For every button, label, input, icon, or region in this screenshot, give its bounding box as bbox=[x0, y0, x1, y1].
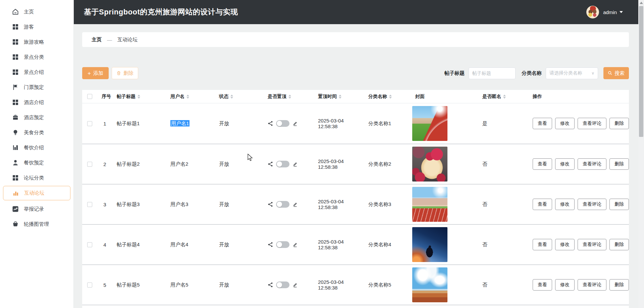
sidebar-item-10[interactable]: 餐饮介绍 bbox=[0, 141, 73, 155]
vertical-scrollbar[interactable] bbox=[638, 0, 644, 308]
sidebar-item-label: 旅游攻略 bbox=[24, 39, 44, 45]
modify-button[interactable]: 修改 bbox=[555, 239, 575, 250]
delete-row-button[interactable]: 删除 bbox=[609, 118, 629, 129]
row-anonymous: 否 bbox=[478, 161, 528, 167]
sidebar-item-14[interactable]: 举报记录 bbox=[0, 202, 73, 216]
bar-chart-icon bbox=[12, 190, 19, 197]
column-header-9[interactable]: 是否匿名 bbox=[478, 94, 528, 100]
row-checkbox[interactable] bbox=[87, 121, 92, 126]
share-icon[interactable] bbox=[268, 161, 273, 167]
sidebar-item-12[interactable]: 论坛分类 bbox=[0, 171, 73, 185]
view-comments-button[interactable]: 查看评论 bbox=[578, 279, 606, 291]
sidebar-item-5[interactable]: 景点介绍 bbox=[0, 65, 73, 79]
modify-button[interactable]: 修改 bbox=[555, 199, 575, 210]
pin-toggle[interactable] bbox=[276, 120, 289, 127]
view-button[interactable]: 查看 bbox=[533, 118, 552, 129]
table-row: 2 帖子标题2 用户名2 开放 2025-03-04 12:58:38 分类名称… bbox=[82, 144, 629, 184]
row-checkbox[interactable] bbox=[87, 283, 92, 288]
delete-row-button[interactable]: 删除 bbox=[609, 279, 629, 291]
column-header-label: 序号 bbox=[102, 94, 111, 100]
sort-caret-icon[interactable] bbox=[503, 95, 506, 99]
post-title-input[interactable] bbox=[469, 67, 516, 79]
flag-icon bbox=[12, 84, 19, 91]
column-header-7[interactable]: 分类名称 bbox=[364, 94, 411, 100]
edit-pencil-icon[interactable] bbox=[292, 121, 298, 126]
share-icon[interactable] bbox=[268, 202, 273, 207]
row-checkbox[interactable] bbox=[87, 202, 92, 207]
sidebar-item-6[interactable]: 门票预定 bbox=[0, 80, 73, 94]
posts-table: 序号 帖子标题 用户名 状态 是否置顶 置顶时间 分类名称 封面 是否匿名 操作… bbox=[82, 90, 629, 308]
share-icon[interactable] bbox=[268, 282, 273, 288]
column-header-6[interactable]: 置顶时间 bbox=[314, 94, 364, 100]
sort-caret-icon[interactable] bbox=[230, 95, 233, 99]
share-icon[interactable] bbox=[268, 242, 273, 247]
modify-button[interactable]: 修改 bbox=[555, 279, 575, 291]
edit-pencil-icon[interactable] bbox=[292, 161, 298, 167]
edit-pencil-icon[interactable] bbox=[292, 282, 298, 288]
carousel-icon bbox=[12, 221, 19, 227]
sidebar-item-13[interactable]: 互动论坛 bbox=[3, 186, 70, 200]
pin-toggle[interactable] bbox=[276, 241, 289, 248]
modify-button[interactable]: 修改 bbox=[555, 118, 575, 129]
pin-toggle[interactable] bbox=[276, 161, 289, 167]
scrollbar-thumb[interactable] bbox=[639, 6, 643, 137]
view-button[interactable]: 查看 bbox=[533, 279, 552, 291]
scroll-up-arrow-icon[interactable] bbox=[640, 2, 643, 4]
avatar[interactable] bbox=[586, 6, 599, 18]
pin-toggle[interactable] bbox=[276, 281, 289, 288]
sort-caret-icon[interactable] bbox=[288, 95, 291, 99]
row-username: 用户名5 bbox=[166, 282, 215, 288]
sidebar-item-8[interactable]: 酒店预定 bbox=[0, 110, 73, 124]
sidebar-item-7[interactable]: 酒店介绍 bbox=[0, 95, 73, 109]
view-button[interactable]: 查看 bbox=[533, 239, 552, 250]
column-header-3[interactable]: 用户名 bbox=[166, 94, 215, 100]
user-menu[interactable]: admin bbox=[586, 6, 623, 18]
row-post-title: 帖子标题4 bbox=[112, 242, 166, 248]
row-actions: 查看修改查看评论删除 bbox=[528, 239, 629, 250]
sidebar-item-3[interactable]: 旅游攻略 bbox=[0, 35, 73, 49]
row-pin-controls bbox=[263, 241, 314, 248]
delete-button[interactable]: 删除 bbox=[112, 67, 138, 79]
row-checkbox[interactable] bbox=[87, 162, 92, 167]
view-button[interactable]: 查看 bbox=[533, 199, 552, 210]
sort-caret-icon[interactable] bbox=[339, 95, 341, 99]
column-header-2[interactable]: 帖子标题 bbox=[112, 94, 166, 100]
sidebar-item-1[interactable]: 主页 bbox=[0, 5, 73, 19]
category-select[interactable]: 请选择分类名称 ∨ bbox=[546, 67, 598, 79]
add-button[interactable]: + 添加 bbox=[82, 67, 109, 79]
view-comments-button[interactable]: 查看评论 bbox=[578, 239, 606, 250]
view-comments-button[interactable]: 查看评论 bbox=[578, 158, 606, 170]
delete-row-button[interactable]: 删除 bbox=[609, 239, 629, 250]
row-pin-time: 2025-03-04 12:58:38 bbox=[314, 279, 364, 291]
sort-caret-icon[interactable] bbox=[186, 95, 189, 99]
column-header-4[interactable]: 状态 bbox=[215, 94, 263, 100]
grid-icon bbox=[12, 23, 19, 30]
delete-row-button[interactable]: 删除 bbox=[609, 158, 629, 170]
breadcrumb-home[interactable]: 主页 bbox=[92, 37, 102, 43]
modify-button[interactable]: 修改 bbox=[555, 158, 575, 170]
sidebar-item-9[interactable]: 美食分类 bbox=[0, 125, 73, 140]
row-category: 分类名称1 bbox=[364, 120, 411, 127]
view-button[interactable]: 查看 bbox=[533, 158, 552, 170]
pin-toggle[interactable] bbox=[276, 201, 289, 208]
sidebar-item-4[interactable]: 景点分类 bbox=[0, 50, 73, 64]
lightbulb-icon bbox=[12, 129, 19, 136]
sidebar-item-15[interactable]: 轮播图管理 bbox=[0, 217, 73, 231]
search-button[interactable]: 搜索 bbox=[603, 67, 629, 79]
view-comments-button[interactable]: 查看评论 bbox=[578, 118, 606, 129]
row-actions: 查看修改查看评论删除 bbox=[528, 158, 629, 170]
sort-caret-icon[interactable] bbox=[138, 95, 140, 99]
share-icon[interactable] bbox=[268, 121, 273, 126]
sidebar-item-label: 举报记录 bbox=[24, 206, 44, 212]
delete-row-button[interactable]: 删除 bbox=[609, 199, 629, 210]
select-all-checkbox[interactable] bbox=[87, 94, 92, 99]
sidebar-item-2[interactable]: 游客 bbox=[0, 20, 73, 34]
edit-pencil-icon[interactable] bbox=[292, 202, 298, 207]
edit-pencil-icon[interactable] bbox=[292, 242, 298, 247]
sort-caret-icon[interactable] bbox=[389, 95, 392, 99]
sidebar-item-11[interactable]: 餐饮预定 bbox=[0, 156, 73, 170]
page-title: 基于Springboot的克州旅游网站的设计与实现 bbox=[84, 7, 238, 17]
row-checkbox[interactable] bbox=[87, 242, 92, 247]
column-header-5[interactable]: 是否置顶 bbox=[263, 94, 314, 100]
view-comments-button[interactable]: 查看评论 bbox=[578, 199, 606, 210]
